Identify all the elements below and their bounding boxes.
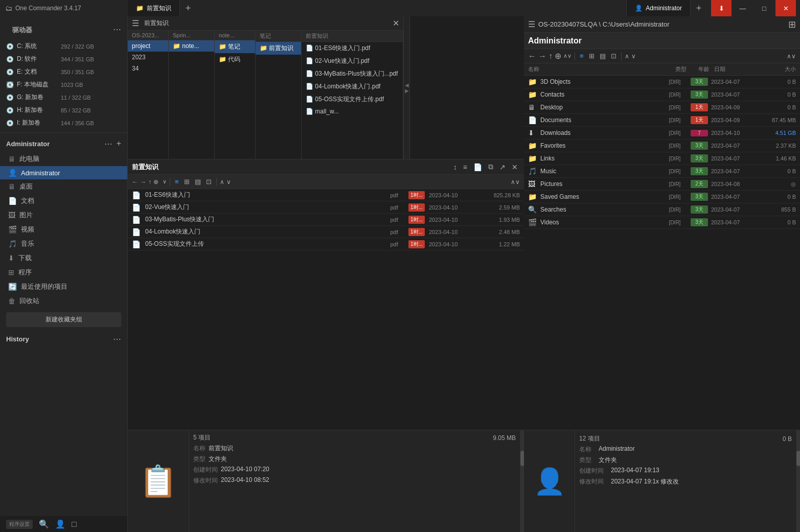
center-header-close[interactable]: ✕ — [393, 18, 399, 28]
right-hamburger-icon[interactable]: ☰ — [528, 19, 535, 29]
back-btn[interactable]: ← — [132, 178, 138, 186]
right-tab[interactable]: 👤 Administrator — [627, 0, 691, 16]
hamburger-icon[interactable]: ☰ — [132, 18, 139, 28]
close-button[interactable]: ✕ — [775, 0, 796, 16]
right-sort-up[interactable]: ∧ — [625, 53, 629, 60]
drive-g[interactable]: 💿 G: 新加卷 11 / 322 GB — [0, 91, 127, 104]
nav-item-pictures[interactable]: 🖼 图片 — [0, 208, 127, 222]
right-row-contacts[interactable]: 📁 Contacts [DIR] 3天 2023-04-07 0 B — [524, 88, 800, 101]
drive-c[interactable]: 💿 C: 系统 292 / 322 GB — [0, 40, 127, 53]
col0-item-project[interactable]: project — [128, 40, 168, 52]
right-scroll-thumb[interactable] — [796, 451, 800, 466]
path-dropdown[interactable]: ∨ — [163, 178, 167, 185]
right-sort-down[interactable]: ∨ — [631, 53, 636, 60]
view-details-icon[interactable]: ▤ — [193, 177, 202, 187]
right-view-col[interactable]: ⊡ — [609, 51, 618, 61]
nav-item-documents[interactable]: 📄 文档 — [0, 194, 127, 208]
user-icon[interactable]: 👤 — [55, 519, 65, 529]
file-row-5[interactable]: 📄 05-OSS实现文件上传 pdf 1时... 2023-04-10 1.22… — [128, 238, 524, 250]
right-row-desktop[interactable]: 🖥 Desktop [DIR] 1天 2023-04-09 0 B — [524, 101, 800, 114]
nav-item-recent[interactable]: 🔄 最近使用的项目 — [0, 280, 127, 294]
col4-file-4[interactable]: 📄 04-Lombok快速入门.pdf — [302, 80, 403, 93]
file-row-3[interactable]: 📄 03-MyBatis-Plus快速入门 pdf 1时... 2023-04-… — [128, 214, 524, 226]
sort-icon[interactable]: ↕ — [451, 162, 459, 172]
nav-item-music[interactable]: 🎵 音乐 — [0, 237, 127, 251]
col0-item-2023[interactable]: 2023 — [128, 52, 168, 63]
right-row-documents[interactable]: 📄 Documents [DIR] 1天 2023-04-09 87.45 MB — [524, 114, 800, 127]
right-panel-menu-icon[interactable]: ⊞ — [788, 19, 796, 30]
sort-down-arrow[interactable]: ∨ — [226, 178, 231, 186]
move-icon[interactable]: ↗ — [497, 162, 508, 172]
new-folder-icon[interactable]: ⊕ — [153, 178, 158, 186]
right-row-favorites[interactable]: 📁 Favorites [DIR] 3天 2023-04-07 2.37 KB — [524, 140, 800, 152]
drive-i[interactable]: 💿 I: 新加卷 144 / 356 GB — [0, 117, 127, 129]
center-scroll-area[interactable]: ◀ ▶ — [404, 16, 410, 159]
sort-up-arrow[interactable]: ∧ — [220, 178, 224, 186]
right-path-dropdown[interactable]: ∧∨ — [563, 53, 572, 59]
nav-item-desktop[interactable]: 🖥 桌面 — [0, 179, 127, 194]
nav-item-computer[interactable]: 🖥 此电脑 — [0, 152, 127, 166]
col2-item-notes[interactable]: 笔记 — [215, 40, 255, 53]
nav-item-videos[interactable]: 🎬 视频 — [0, 222, 127, 237]
col3-item-preknowledge[interactable]: 前置知识 — [256, 42, 301, 55]
right-back-btn[interactable]: ← — [528, 52, 536, 61]
nav-item-trash[interactable]: 🗑 回收站 — [0, 294, 127, 308]
download-button[interactable]: ⬇ — [711, 0, 732, 16]
right-scroll-arrows[interactable]: ∧∨ — [787, 53, 796, 60]
right-row-searches[interactable]: 🔍 Searches [DIR] 3天 2023-04-07 855 B — [524, 203, 800, 216]
up-btn[interactable]: ↑ — [148, 178, 151, 186]
sidebar-menu-icon[interactable]: ⋯ — [104, 139, 112, 149]
search-icon[interactable]: 🔍 — [39, 519, 49, 529]
file-row-1[interactable]: 📄 01-ES6快速入门 pdf 1时... 2023-04-10 825.28… — [128, 189, 524, 201]
right-view-detail[interactable]: ▤ — [598, 51, 607, 61]
col4-file-6[interactable]: 📄 mall_w... — [302, 106, 403, 117]
maximize-button[interactable]: □ — [754, 0, 774, 16]
view-columns-icon[interactable]: ⊡ — [204, 177, 213, 187]
drives-menu-icon[interactable]: ⋯ — [113, 25, 121, 34]
drive-d[interactable]: 💿 D: 软件 344 / 351 GB — [0, 53, 127, 65]
copy-icon[interactable]: ⧉ — [486, 161, 495, 172]
right-row-downloads[interactable]: ⬇ Downloads [DIR] 7 2023-04-10 4.51 GB — [524, 127, 800, 140]
col1-item-note[interactable]: note... — [169, 40, 214, 52]
history-menu-icon[interactable]: ⋯ — [113, 334, 121, 344]
minimize-button[interactable]: — — [733, 0, 753, 16]
view-list-icon[interactable]: ≡ — [173, 177, 180, 187]
right-view-list[interactable]: ≡ — [578, 51, 585, 61]
sidebar-add-icon[interactable]: + — [117, 139, 121, 149]
right-arrows[interactable]: ∧∨ — [511, 178, 520, 186]
right-row-music[interactable]: 🎵 Music [DIR] 3天 2023-04-07 0 B — [524, 165, 800, 178]
right-row-savedgames[interactable]: 📁 Saved Games [DIR] 3天 2023-04-07 0 B — [524, 191, 800, 203]
col4-file-5[interactable]: 📄 05-OSS实现文件上传.pdf — [302, 93, 403, 106]
col4-file-1[interactable]: 📄 01-ES6快速入门.pdf — [302, 42, 403, 55]
right-view-grid[interactable]: ⊞ — [587, 51, 596, 61]
nav-item-downloads[interactable]: ⬇ 下载 — [0, 251, 127, 265]
drive-h[interactable]: 💿 H: 新加卷 85 / 322 GB — [0, 104, 127, 117]
file-row-4[interactable]: 📄 04-Lombok快速入门 pdf 1时... 2023-04-10 2.4… — [128, 226, 524, 238]
nav-item-programs[interactable]: ⊞ 程序 — [0, 265, 127, 280]
right-row-3dobjects[interactable]: 📁 3D Objects [DIR] 3天 2023-04-07 0 B — [524, 76, 800, 88]
settings-label[interactable]: 程序设置 — [6, 520, 33, 529]
right-tab-add[interactable]: + — [691, 0, 707, 16]
new-file-icon[interactable]: 📄 — [471, 162, 484, 172]
forward-btn[interactable]: → — [140, 178, 146, 186]
drive-e[interactable]: 💿 E: 文档 350 / 351 GB — [0, 65, 127, 78]
col2-item-code[interactable]: 代码 — [215, 53, 255, 66]
right-scrollbar[interactable] — [796, 430, 800, 532]
center-scroll-thumb[interactable] — [520, 451, 524, 466]
file-row-2[interactable]: 📄 02-Vue快速入门 pdf 1时... 2023-04-10 2.59 M… — [128, 201, 524, 214]
right-forward-btn[interactable]: → — [538, 52, 546, 61]
col4-file-3[interactable]: 📄 03-MyBatis-Plus快速入门...pdf — [302, 67, 403, 80]
center-scrollbar[interactable] — [520, 430, 524, 532]
right-row-videos[interactable]: 🎬 Videos [DIR] 3天 2023-04-07 0 B — [524, 216, 800, 229]
right-row-pictures[interactable]: 🖼 Pictures [DIR] 2天 2023-04-08 ◎ — [524, 178, 800, 191]
window-icon[interactable]: □ — [72, 520, 77, 529]
col0-item-34[interactable]: 34 — [128, 63, 168, 74]
nav-item-admin[interactable]: 👤 Administrator — [0, 166, 127, 179]
right-new-folder-btn[interactable]: ⊕ — [555, 51, 561, 61]
list-view-icon[interactable]: ≡ — [461, 162, 469, 172]
right-row-links[interactable]: 📁 Links [DIR] 3天 2023-04-07 1.46 KB — [524, 152, 800, 165]
view-grid-icon[interactable]: ⊞ — [182, 177, 191, 187]
drive-f[interactable]: 💽 F: 本地磁盘 1023 GB — [0, 78, 127, 91]
left-tab[interactable]: 📁 前置知识 — [128, 0, 180, 16]
new-folder-btn[interactable]: 新建收藏夹组 — [6, 312, 121, 327]
